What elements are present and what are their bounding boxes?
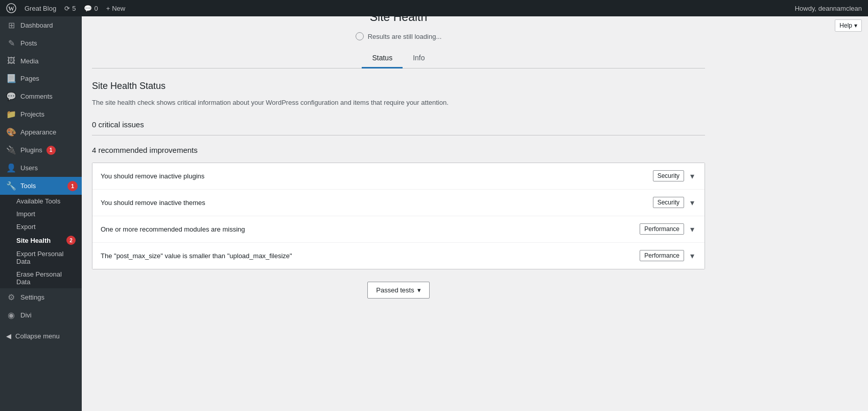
collapse-menu-button[interactable]: ◀ Collapse menu [0,328,82,344]
improvements-list: You should remove inactive plugins Secur… [92,163,705,269]
submenu-import[interactable]: Import [0,208,82,220]
tag-security-2: Security [653,197,684,208]
media-icon: 🖼 [6,56,16,65]
sidebar: ⊞ Dashboard ✎ Posts 🖼 Media 📃 Pages 💬 Co… [0,16,82,395]
sidebar-item-comments[interactable]: 💬 Comments [0,87,82,105]
tab-info[interactable]: Info [403,49,435,68]
improvements-count: 4 recommended improvements [92,146,705,154]
sidebar-item-divi[interactable]: ◉ Divi [0,306,82,324]
loading-indicator: Results are still loading... [92,32,705,40]
expand-inactive-plugins[interactable]: ▾ [688,170,696,182]
submenu-site-health[interactable]: Site Health 2 [0,233,82,247]
issue-label-inactive-themes: You should remove inactive themes [101,199,205,207]
adminbar-comments[interactable]: 💬 0 [84,5,98,12]
adminbar-user[interactable]: Howdy, deannamclean [795,5,862,12]
sidebar-item-posts[interactable]: ✎ Posts [0,34,82,52]
passed-tests-button[interactable]: Passed tests ▾ [367,282,429,299]
section-title: Site Health Status [92,81,705,92]
critical-issues-count: 0 critical issues [92,120,705,135]
issue-item-inactive-themes: You should remove inactive themes Securi… [92,190,705,216]
passed-tests-section: Passed tests ▾ [92,282,705,299]
sidebar-item-pages[interactable]: 📃 Pages [0,70,82,87]
issue-item-post-max-size: The "post_max_size" value is smaller tha… [92,243,705,269]
tools-badge: 1 [67,181,78,191]
adminbar-new[interactable]: + New [106,5,126,12]
adminbar-site-name[interactable]: Great Blog [25,5,56,12]
status-content: Site Health Status The site health check… [92,68,705,311]
sidebar-item-users[interactable]: 👤 Users [0,159,82,177]
issue-label-missing-modules: One or more recommended modules are miss… [101,225,245,233]
expand-post-max-size[interactable]: ▾ [688,250,696,262]
divi-icon: ◉ [6,310,16,320]
section-desc: The site health check shows critical inf… [92,98,705,108]
posts-icon: ✎ [6,38,16,48]
projects-icon: 📁 [6,109,16,119]
submenu-export-personal-data[interactable]: Export Personal Data [0,247,82,268]
tools-icon: 🔧 [6,181,16,191]
wp-logo[interactable]: W [6,3,16,13]
svg-text:W: W [8,5,14,12]
issue-item-missing-modules: One or more recommended modules are miss… [92,216,705,243]
help-button[interactable]: Help ▾ [835,19,862,32]
comments-icon: 💬 [6,92,16,101]
tag-performance-1: Performance [640,223,684,235]
sidebar-item-settings[interactable]: ⚙ Settings [0,288,82,306]
plugins-icon: 🔌 [6,145,16,155]
issue-label-inactive-plugins: You should remove inactive plugins [101,172,204,180]
submenu-available-tools[interactable]: Available Tools [0,195,82,208]
plugins-badge: 1 [46,146,56,155]
expand-inactive-themes[interactable]: ▾ [688,197,696,209]
sidebar-item-media[interactable]: 🖼 Media [0,52,82,70]
settings-icon: ⚙ [6,292,16,302]
issue-label-post-max-size: The "post_max_size" value is smaller tha… [101,252,292,260]
tag-performance-2: Performance [640,250,684,261]
sidebar-item-plugins[interactable]: 🔌 Plugins 1 [0,141,82,159]
issue-item-inactive-plugins: You should remove inactive plugins Secur… [92,163,705,190]
adminbar-updates[interactable]: ⟳ 5 [64,5,76,12]
dashboard-icon: ⊞ [6,20,16,30]
users-icon: 👤 [6,163,16,173]
admin-bar: W Great Blog ⟳ 5 💬 0 + New Howdy, deanna… [0,0,868,16]
tools-submenu: Available Tools Import Export Site Healt… [0,195,82,288]
submenu-export[interactable]: Export [0,220,82,233]
appearance-icon: 🎨 [6,127,16,137]
collapse-icon: ◀ [6,332,11,340]
sidebar-item-projects[interactable]: 📁 Projects [0,105,82,123]
sidebar-item-dashboard[interactable]: ⊞ Dashboard [0,16,82,34]
sidebar-item-appearance[interactable]: 🎨 Appearance [0,123,82,141]
passed-tests-chevron-icon: ▾ [417,286,421,294]
submenu-erase-personal-data[interactable]: Erase Personal Data [0,268,82,288]
loading-circle-icon [356,32,364,40]
site-health-badge: 2 [66,236,76,245]
tabs: Status Info [92,49,705,68]
pages-icon: 📃 [6,74,16,83]
expand-missing-modules[interactable]: ▾ [688,223,696,235]
main-content: Site Health Results are still loading...… [82,0,868,395]
tab-status[interactable]: Status [362,49,403,68]
sidebar-item-tools[interactable]: 🔧 Tools 1 [0,177,82,195]
tag-security-1: Security [653,170,684,181]
